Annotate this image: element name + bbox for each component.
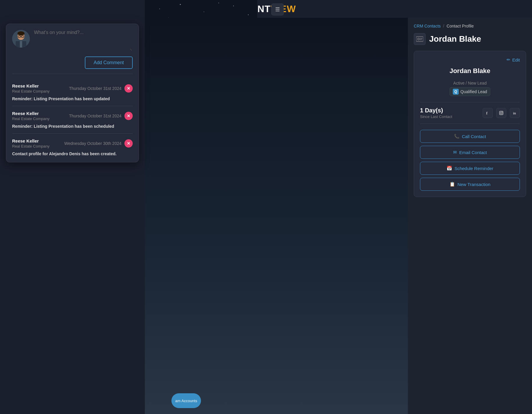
- breadcrumb: CRM Contacts / Contact Profile: [414, 18, 526, 33]
- q-icon: Q: [453, 89, 459, 95]
- svg-rect-24: [416, 37, 423, 41]
- comment-author-block: Reese Keller Real Estate Company: [12, 83, 49, 93]
- breadcrumb-separator: /: [443, 24, 444, 28]
- comment-body: Reminder: Listing Presentation has been …: [12, 96, 133, 101]
- svg-rect-18: [20, 41, 22, 48]
- breadcrumb-contact-profile: Contact Profile: [447, 24, 474, 28]
- comment-company: Real Estate Company: [12, 144, 49, 148]
- action-btn-label: Schedule Reminder: [455, 166, 494, 171]
- social-icons: f in: [483, 108, 520, 118]
- action-icon: 📞: [454, 134, 460, 139]
- comment-item: Reese Keller Real Estate Company Wednesd…: [12, 134, 133, 156]
- facebook-icon[interactable]: f: [483, 108, 493, 118]
- action-buttons: 📞Call Contact✉Email Contact📅Schedule Rem…: [420, 130, 520, 191]
- comment-company: Real Estate Company: [12, 117, 49, 121]
- comment-textarea-wrapper: ⤡: [34, 30, 133, 52]
- divider: [12, 74, 133, 74]
- action-btn-call-contact[interactable]: 📞Call Contact: [420, 130, 520, 143]
- action-btn-label: Call Contact: [462, 134, 486, 139]
- badge-label: Qualified Lead: [460, 89, 487, 94]
- qualified-badge: Q Qualified Lead: [450, 87, 490, 96]
- comment-meta: Thursday October 31st 2024 ✕: [69, 84, 133, 93]
- comments-panel: ⤡ Add Comment Reese Keller Real Estate C…: [0, 18, 145, 414]
- days-count: 1 Day(s): [420, 107, 452, 114]
- comments-list: Reese Keller Real Estate Company Thursda…: [12, 79, 133, 156]
- contact-stats: 1 Day(s) Since Last Contact f: [420, 102, 520, 124]
- action-btn-new-transaction[interactable]: 📋New Transaction: [420, 178, 520, 191]
- comment-author-block: Reese Keller Real Estate Company: [12, 111, 49, 121]
- action-icon: 📅: [447, 166, 452, 171]
- comment-author-block: Reese Keller Real Estate Company: [12, 138, 49, 148]
- linkedin-icon[interactable]: in: [510, 108, 520, 118]
- comment-meta: Thursday October 31st 2024 ✕: [69, 112, 133, 120]
- profile-card-header: ✏ Edit: [420, 57, 520, 62]
- profile-card: ✏ Edit Jordan Blake Active / New Lead Q …: [414, 51, 526, 197]
- comment-input-section: ⤡: [12, 30, 133, 52]
- bottom-accounts-button[interactable]: am Accounts: [171, 393, 201, 408]
- comment-author: Reese Keller: [12, 83, 49, 88]
- comment-header: Reese Keller Real Estate Company Thursda…: [12, 83, 133, 93]
- comment-body: Reminder: Listing Presentation has been …: [12, 124, 133, 129]
- contact-card-icon: [414, 33, 426, 45]
- comments-card: ⤡ Add Comment Reese Keller Real Estate C…: [6, 24, 139, 162]
- edit-label: Edit: [512, 57, 520, 62]
- delete-comment-button[interactable]: ✕: [124, 84, 133, 93]
- instagram-icon[interactable]: [496, 108, 506, 118]
- comment-header: Reese Keller Real Estate Company Wednesd…: [12, 138, 133, 148]
- svg-point-2: [180, 4, 181, 5]
- breadcrumb-crm-contacts[interactable]: CRM Contacts: [414, 24, 441, 28]
- comment-input[interactable]: [34, 30, 94, 51]
- action-btn-label: Email Contact: [459, 150, 487, 155]
- svg-point-5: [248, 14, 249, 15]
- resize-handle-icon: ⤡: [130, 48, 132, 51]
- svg-point-30: [500, 112, 502, 114]
- comment-header: Reese Keller Real Estate Company Thursda…: [12, 111, 133, 121]
- profile-display-name: Jordan Blake: [420, 67, 520, 75]
- comment-date: Thursday October 31st 2024: [69, 86, 121, 91]
- delete-comment-button[interactable]: ✕: [124, 139, 133, 148]
- svg-point-7: [218, 3, 219, 3]
- comment-author: Reese Keller: [12, 111, 49, 116]
- svg-text:f: f: [486, 111, 488, 115]
- svg-text:in: in: [513, 111, 516, 115]
- comment-meta: Wednesday October 30th 2024 ✕: [64, 139, 133, 148]
- status-text: Active / New Lead: [420, 81, 520, 85]
- svg-rect-29: [499, 111, 503, 115]
- contact-header: Jordan Blake: [414, 33, 526, 45]
- add-comment-button[interactable]: Add Comment: [85, 56, 133, 69]
- comment-body: Contact profile for Alejandro Denis has …: [12, 151, 133, 156]
- hamburger-button[interactable]: ☰: [271, 4, 284, 15]
- comment-item: Reese Keller Real Estate Company Thursda…: [12, 79, 133, 106]
- svg-point-31: [502, 112, 503, 112]
- svg-point-25: [418, 38, 419, 40]
- svg-point-1: [159, 9, 160, 9]
- user-avatar: [12, 30, 30, 48]
- contact-name-heading: Jordan Blake: [429, 34, 481, 44]
- action-btn-schedule-reminder[interactable]: 📅Schedule Reminder: [420, 162, 520, 175]
- action-icon: ✉: [453, 150, 457, 155]
- action-btn-label: New Transaction: [458, 182, 491, 187]
- action-btn-email-contact[interactable]: ✉Email Contact: [420, 146, 520, 159]
- svg-point-20: [17, 31, 25, 35]
- comment-item: Reese Keller Real Estate Company Thursda…: [12, 106, 133, 134]
- svg-point-4: [233, 6, 234, 6]
- comment-author: Reese Keller: [12, 138, 49, 143]
- days-label: Since Last Contact: [420, 114, 452, 119]
- days-block: 1 Day(s) Since Last Contact: [420, 107, 452, 119]
- svg-point-3: [204, 12, 204, 12]
- edit-button[interactable]: ✏ Edit: [507, 57, 520, 62]
- status-section: Active / New Lead Q Qualified Lead: [420, 81, 520, 96]
- comment-date: Thursday October 31st 2024: [69, 114, 121, 118]
- app-header: AGENTVIEW: [0, 0, 532, 18]
- contact-profile-panel: CRM Contacts / Contact Profile Jordan Bl…: [408, 18, 532, 414]
- comment-company: Real Estate Company: [12, 89, 49, 93]
- delete-comment-button[interactable]: ✕: [124, 112, 133, 120]
- action-icon: 📋: [450, 182, 455, 187]
- comment-date: Wednesday October 30th 2024: [64, 141, 121, 146]
- edit-pencil-icon: ✏: [507, 57, 510, 62]
